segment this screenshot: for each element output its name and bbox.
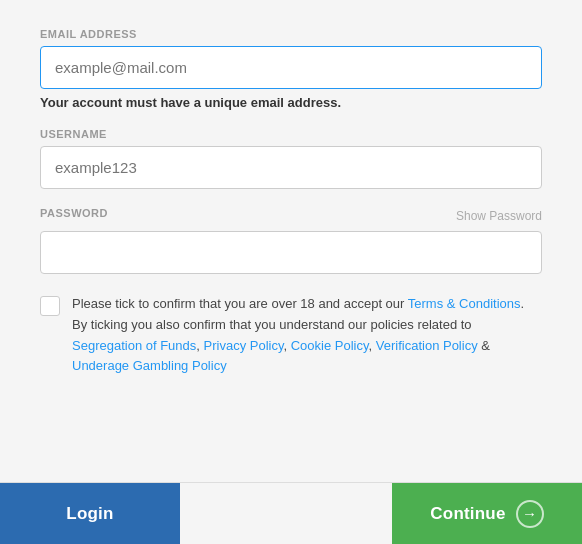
arrow-icon: → <box>522 505 537 522</box>
underage-gambling-link[interactable]: Underage Gambling Policy <box>72 358 227 373</box>
email-helper-text: Your account must have a unique email ad… <box>40 95 542 110</box>
terms-text: Please tick to confirm that you are over… <box>72 294 542 377</box>
login-button[interactable]: Login <box>0 483 180 544</box>
verification-link[interactable]: Verification Policy <box>376 338 478 353</box>
terms-text-part1: Please tick to confirm that you are over… <box>72 296 408 311</box>
footer-buttons: Login Continue → <box>0 482 582 544</box>
footer-spacer <box>180 483 392 544</box>
terms-text-part4: , <box>284 338 291 353</box>
password-label-row: PASSWORD Show Password <box>40 207 542 225</box>
terms-conditions-link[interactable]: Terms & Conditions <box>408 296 521 311</box>
registration-card: EMAIL ADDRESS Your account must have a u… <box>0 0 582 544</box>
password-input[interactable] <box>40 231 542 274</box>
username-input[interactable] <box>40 146 542 189</box>
password-label: PASSWORD <box>40 207 108 219</box>
terms-checkbox[interactable] <box>40 296 60 316</box>
show-password-link[interactable]: Show Password <box>456 209 542 223</box>
continue-button[interactable]: Continue → <box>392 483 582 544</box>
form-area: EMAIL ADDRESS Your account must have a u… <box>0 0 582 482</box>
email-group: EMAIL ADDRESS Your account must have a u… <box>40 28 542 110</box>
terms-text-part5: , <box>369 338 376 353</box>
arrow-circle: → <box>516 500 544 528</box>
terms-text-part3: , <box>196 338 203 353</box>
terms-checkbox-row: Please tick to confirm that you are over… <box>40 294 542 377</box>
segregation-link[interactable]: Segregation of Funds <box>72 338 196 353</box>
email-input[interactable] <box>40 46 542 89</box>
privacy-link[interactable]: Privacy Policy <box>204 338 284 353</box>
password-group: PASSWORD Show Password <box>40 207 542 274</box>
username-label: USERNAME <box>40 128 542 140</box>
email-label: EMAIL ADDRESS <box>40 28 542 40</box>
cookie-link[interactable]: Cookie Policy <box>291 338 369 353</box>
username-group: USERNAME <box>40 128 542 189</box>
terms-text-part6: & <box>478 338 490 353</box>
continue-label: Continue <box>430 504 505 524</box>
